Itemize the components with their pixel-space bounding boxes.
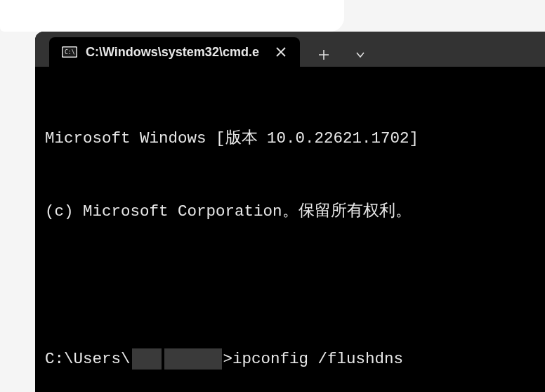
- tab-title: C:\Windows\system32\cmd.e: [86, 45, 259, 60]
- terminal-window: C:\ C:\Windows\system32\cmd.e: [35, 32, 545, 392]
- titlebar: C:\ C:\Windows\system32\cmd.e: [35, 32, 545, 67]
- tab-active[interactable]: C:\ C:\Windows\system32\cmd.e: [49, 37, 300, 67]
- tab-dropdown-icon[interactable]: [350, 45, 370, 65]
- redacted-username-part: [132, 348, 162, 370]
- redacted-username-part: [164, 348, 222, 370]
- close-icon[interactable]: [272, 43, 290, 61]
- prompt-suffix: >: [223, 347, 233, 372]
- background-window-fragment: [0, 0, 344, 32]
- new-tab-button[interactable]: [314, 45, 334, 65]
- cmd-icon: C:\: [62, 46, 77, 58]
- banner-copyright: (c) Microsoft Corporation。保留所有权利。: [45, 200, 535, 224]
- banner-version: Microsoft Windows [版本 10.0.22621.1702]: [45, 126, 535, 151]
- blank-line: [45, 273, 535, 298]
- prompt-prefix: C:\Users\: [45, 347, 131, 372]
- prompt-line-1: C:\Users\ > ipconfig /flushdns: [45, 347, 535, 372]
- tab-controls: [314, 43, 370, 67]
- command-text: ipconfig /flushdns: [232, 347, 403, 372]
- svg-text:C:\: C:\: [65, 49, 75, 55]
- terminal-output[interactable]: Microsoft Windows [版本 10.0.22621.1702] (…: [35, 67, 545, 392]
